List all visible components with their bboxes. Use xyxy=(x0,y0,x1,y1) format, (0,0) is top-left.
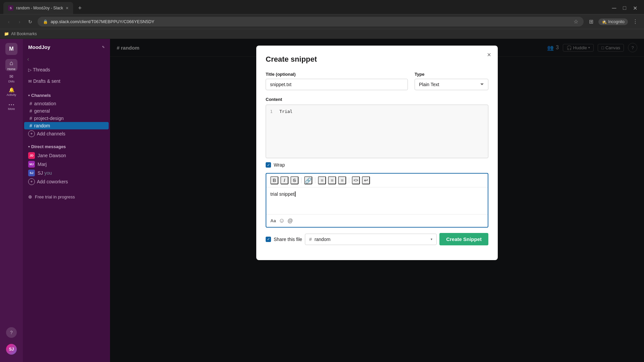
drafts-nav-item[interactable]: ✉ Drafts & sent xyxy=(23,75,110,87)
browser-chrome: S random - MoodJoy - Slack × + ─ □ ✕ ‹ ›… xyxy=(0,0,644,39)
active-tab[interactable]: S random - MoodJoy - Slack × xyxy=(3,2,73,14)
undo-button[interactable]: ↩ xyxy=(362,176,370,184)
text-cursor xyxy=(295,191,296,197)
new-tab-button[interactable]: + xyxy=(75,3,85,13)
sidebar-icon-more[interactable]: • • • More xyxy=(5,101,17,113)
main-content: # random 👥 3 🎧 Huddle ▾ □ Canvas ? xyxy=(110,39,644,362)
editor-content-area[interactable]: trial snippet xyxy=(266,187,488,214)
threads-nav-item[interactable]: ▷ Threads xyxy=(23,64,110,75)
modal-backdrop: Create snippet × Title (optional) Type P… xyxy=(110,39,644,362)
workspace-caret-icon[interactable]: ✎ xyxy=(102,45,105,49)
share-label: Share this file xyxy=(274,237,302,242)
dm-name-jane: Jane Dawson xyxy=(38,153,66,158)
browser-toolbar: ‹ › ↻ 🔒 app.slack.com/client/T067MEBPPUY… xyxy=(0,14,644,29)
minimize-button[interactable]: ─ xyxy=(612,5,616,12)
icon-sidebar: M ⌂ Home ✉ DMs 🔔 Activity • • • More ? S… xyxy=(0,39,23,362)
text-format-button[interactable]: Aa xyxy=(270,218,276,223)
workspace-name-text: MoodJoy xyxy=(28,44,50,50)
modal-title: Create snippet xyxy=(266,55,488,64)
dm-item-sj[interactable]: SJ SJ you xyxy=(23,169,110,177)
modal-close-button[interactable]: × xyxy=(487,51,491,59)
add-channels-label: Add channels xyxy=(37,131,65,136)
content-label: Content xyxy=(266,97,488,102)
bookmarks-bar: 📁 All Bookmarks xyxy=(0,29,644,39)
sidebar-back-arrow[interactable]: ‹ xyxy=(23,54,34,64)
add-coworkers-label: Add coworkers xyxy=(37,179,68,184)
form-title-type-row: Title (optional) Type Plain Text xyxy=(266,72,488,90)
maximize-button[interactable]: □ xyxy=(623,5,626,11)
channels-section-header[interactable]: ▾ Channels xyxy=(23,91,110,100)
mention-button[interactable]: @ xyxy=(287,218,293,224)
rich-text-editor[interactable]: B I S 🔗 ≡ ≡ ≡ <> ↩ trial snipp xyxy=(266,173,488,228)
share-checkbox[interactable]: ✓ xyxy=(266,237,271,242)
dm-caret-icon: ▾ xyxy=(28,145,30,148)
dm-avatar-sj: SJ xyxy=(28,170,35,176)
unordered-list-button[interactable]: ≡ xyxy=(328,176,336,184)
add-coworkers-icon: + xyxy=(28,178,35,185)
back-button[interactable]: ‹ xyxy=(4,17,13,26)
forward-button[interactable]: › xyxy=(15,17,24,26)
checkmark-icon: ✓ xyxy=(267,163,270,167)
workspace-avatar[interactable]: M xyxy=(5,43,17,55)
sidebar-icon-home[interactable]: ⌂ Home xyxy=(5,59,17,71)
add-channels-item[interactable]: + Add channels xyxy=(23,129,110,138)
channel-select-caret-icon: ▾ xyxy=(431,237,432,241)
channels-section-label: Channels xyxy=(31,93,51,98)
type-field-label: Type xyxy=(415,72,488,77)
editor-bottom-toolbar: Aa ☺ @ xyxy=(266,214,488,227)
dm-item-jane[interactable]: JD Jane Dawson xyxy=(23,151,110,160)
activity-icon: 🔔 xyxy=(9,87,14,93)
emoji-button[interactable]: ☺ xyxy=(279,217,285,224)
title-field-label: Title (optional) xyxy=(266,72,408,77)
blockquote-button[interactable]: ≡ xyxy=(338,176,346,184)
channel-hash-icon: # xyxy=(30,116,32,121)
dms-label: DMs xyxy=(8,80,15,83)
user-avatar[interactable]: SJ xyxy=(6,344,17,355)
channel-select-name: random xyxy=(315,237,428,242)
channel-item-random[interactable]: # random xyxy=(24,122,109,129)
sidebar-icon-dms[interactable]: ✉ DMs xyxy=(5,72,17,84)
wrap-row: ✓ Wrap xyxy=(266,162,488,168)
code-editor[interactable]: 1 Trial xyxy=(266,105,488,158)
channel-item-annotation[interactable]: # annotation xyxy=(24,100,109,107)
dm-section-header[interactable]: ▾ Direct messages xyxy=(23,142,110,151)
sidebar-icon-activity[interactable]: 🔔 Activity xyxy=(5,86,17,98)
bookmark-star-icon[interactable]: ☆ xyxy=(574,18,578,25)
type-select[interactable]: Plain Text xyxy=(415,79,488,90)
channel-select-hash-icon: # xyxy=(309,237,312,242)
channel-item-project-design[interactable]: # project-design xyxy=(24,115,109,122)
more-label: More xyxy=(8,107,15,111)
bookmarks-label: All Bookmarks xyxy=(11,32,37,36)
channel-select-dropdown[interactable]: # random ▾ xyxy=(305,234,437,245)
close-tab-button[interactable]: × xyxy=(66,5,68,11)
address-bar[interactable]: 🔒 app.slack.com/client/T067MEBPPUY/C066Y… xyxy=(38,17,584,26)
channel-item-general[interactable]: # general xyxy=(24,107,109,115)
create-snippet-button[interactable]: Create Snippet xyxy=(439,233,488,245)
reload-button[interactable]: ↻ xyxy=(25,17,35,26)
link-button[interactable]: 🔗 xyxy=(304,176,312,184)
drafts-icon: ✉ xyxy=(28,79,32,84)
dm-avatar-jane: JD xyxy=(28,152,35,159)
menu-button[interactable]: ⋮ xyxy=(631,17,640,26)
trial-item[interactable]: ⊕ Free trial in progress xyxy=(23,193,110,201)
italic-button[interactable]: I xyxy=(280,176,288,184)
ordered-list-button[interactable]: ≡ xyxy=(318,176,326,184)
channel-hash-icon: # xyxy=(30,101,32,106)
app: M ⌂ Home ✉ DMs 🔔 Activity • • • More ? S… xyxy=(0,39,644,362)
code-button[interactable]: <> xyxy=(352,176,360,184)
channel-hash-icon: # xyxy=(30,123,32,128)
wrap-checkbox[interactable]: ✓ xyxy=(266,162,271,168)
channel-name-project-design: project-design xyxy=(34,116,64,121)
close-window-button[interactable]: ✕ xyxy=(633,5,637,11)
help-icon[interactable]: ? xyxy=(6,327,17,338)
dm-item-marj[interactable]: MJ Marj xyxy=(23,160,110,169)
bold-button[interactable]: B xyxy=(270,176,278,184)
title-input[interactable] xyxy=(266,79,408,90)
trial-label: Free trial in progress xyxy=(35,194,75,199)
dm-section: ▾ Direct messages JD Jane Dawson MJ Marj… xyxy=(23,142,110,186)
strikethrough-button[interactable]: S xyxy=(290,176,299,184)
add-coworkers-item[interactable]: + Add coworkers xyxy=(23,177,110,186)
line-number: 1 xyxy=(270,109,275,114)
extensions-button[interactable]: ⊞ xyxy=(586,17,596,26)
tab-title: random - MoodJoy - Slack xyxy=(16,6,63,10)
